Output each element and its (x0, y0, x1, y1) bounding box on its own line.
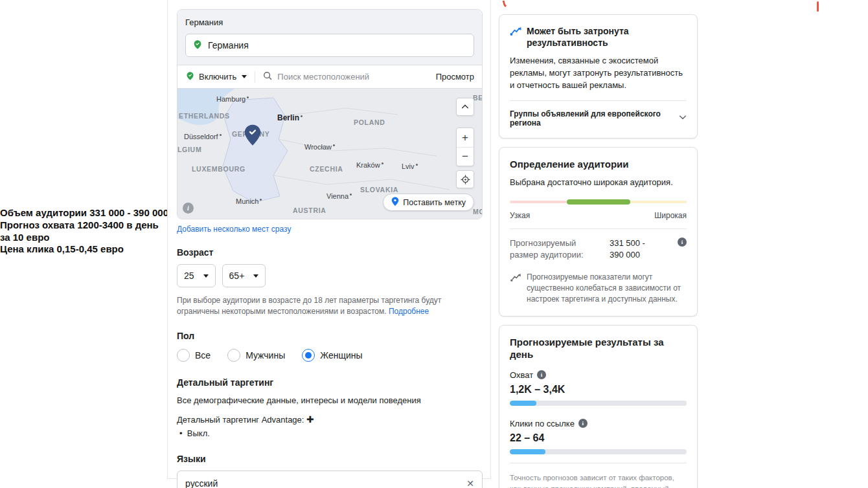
locate-button[interactable] (456, 170, 474, 188)
radio-selected-icon (302, 349, 315, 362)
locations-module: Германия Германия Включить П (177, 9, 483, 219)
selected-location-chip[interactable]: Германия (185, 34, 474, 57)
browse-locations-link[interactable]: Просмотр (436, 72, 474, 82)
annotation-line-reach: Прогноз охвата 1200-3400 в день за 10 ев… (0, 219, 170, 244)
age-min-select[interactable]: 25 (177, 264, 216, 287)
performance-card-title: Может быть затронута результативность (527, 25, 666, 49)
performance-alert-card: Может быть затронута результативность Из… (499, 14, 698, 139)
clicks-value: 22 – 64 (510, 432, 687, 444)
map-label-country: BEL (473, 94, 482, 102)
audience-definition-title: Определение аудитории (510, 158, 687, 171)
audience-definition-card: Определение аудитории Выбрана достаточно… (499, 147, 698, 316)
advantage-plus-icon: ✚ (306, 414, 314, 425)
include-dropdown-label: Включить (199, 72, 236, 82)
targeting-map[interactable]: BEL Hamburg ETHERLANDS Berlin POLAND Düs… (177, 88, 482, 219)
include-dropdown[interactable]: Включить (185, 71, 247, 83)
map-label-city: Hamburg (216, 95, 249, 103)
gender-option-label: Все (195, 350, 211, 360)
map-collapse-button[interactable] (456, 98, 474, 116)
map-attribution-icon[interactable]: i (183, 203, 194, 214)
drop-pin-label: Поставить метку (403, 198, 466, 207)
gender-section-title: Пол (177, 331, 483, 341)
info-icon[interactable]: i (678, 238, 687, 247)
radio-icon (227, 349, 240, 362)
chevron-down-icon (679, 113, 687, 123)
right-rail: Может быть затронута результативность Из… (499, 14, 698, 488)
include-pin-green-icon (185, 71, 195, 83)
audience-definition-subtitle: Выбрана достаточно широкая аудитория. (510, 177, 687, 189)
location-search-placeholder: Поиск местоположений (277, 72, 369, 82)
trend-arrow-icon (510, 27, 521, 49)
gender-option-women[interactable]: Женщины (302, 349, 362, 362)
annotation-line-cpc: Цена клика 0,15-0,45 евро (0, 243, 170, 256)
advantage-state: • Выкл. (177, 428, 483, 438)
location-search-input[interactable]: Поиск местоположений (263, 71, 435, 82)
location-pin-green-icon (192, 39, 203, 52)
forecast-disclaimer: Точность прогнозов зависит от таких факт… (510, 472, 687, 488)
map-label-country: MOL (473, 208, 482, 216)
daily-results-title: Прогнозируемые результаты за день (510, 336, 687, 361)
zoom-out-button[interactable]: − (457, 147, 474, 166)
detailed-targeting-description: Все демографические данные, интересы и м… (177, 394, 429, 407)
divider (510, 100, 687, 101)
language-value-input[interactable]: русский ✕ (177, 471, 483, 488)
audience-settings-panel: Германия Германия Включить П (167, 0, 491, 479)
city-dot (260, 199, 262, 201)
city-dot (247, 96, 249, 98)
gauge-segment-broad (630, 201, 687, 203)
bulk-add-locations-link[interactable]: Добавить несколько мест сразу (177, 225, 291, 234)
map-label-city: Vienna (326, 192, 352, 200)
city-dot (382, 162, 383, 164)
detailed-targeting-title: Детальный таргетинг (177, 377, 483, 388)
map-label-city: Munich (236, 197, 262, 205)
age-max-select[interactable]: 65+ (222, 264, 266, 287)
age-restriction-note: При выборе аудитории в возрасте до 18 ле… (177, 295, 470, 318)
clicks-label-row: Клики по ссылке i (510, 419, 687, 428)
learn-more-link[interactable]: Подробнее (389, 307, 429, 316)
zoom-in-button[interactable]: + (457, 128, 474, 147)
divider (255, 71, 255, 83)
estimated-size-row: Прогнозируемый размер аудитории: 331 500… (510, 238, 687, 261)
scrollbar-thumb[interactable] (817, 1, 819, 12)
annotation-block: Объем аудитории 331 000 - 390 000 Прогно… (0, 207, 170, 256)
age-min-value: 25 (184, 271, 194, 281)
estimated-size-label: Прогнозируемый размер аудитории: (510, 238, 600, 261)
fluctuation-icon (510, 273, 521, 305)
reach-bar (510, 401, 687, 406)
map-label-country: POLAND (354, 118, 385, 126)
chevron-down-icon (253, 274, 258, 278)
info-icon[interactable]: i (578, 419, 588, 428)
gender-option-label: Женщины (320, 350, 362, 360)
map-label-city: Düsseldorf (184, 133, 222, 140)
city-dot (416, 164, 418, 166)
gauge-segment-narrow (510, 201, 567, 203)
divider (510, 463, 687, 463)
chevron-down-icon (242, 75, 247, 78)
gender-option-men[interactable]: Мужчины (227, 349, 285, 362)
map-label-country: AUSTRIA (293, 206, 326, 214)
city-dot (301, 115, 303, 117)
clicks-bar-fill (510, 449, 545, 454)
drop-pin-button[interactable]: Поставить метку (383, 194, 474, 211)
age-max-value: 65+ (229, 271, 245, 281)
selected-locations-area: Германия Германия (177, 10, 482, 65)
reach-label-row: Охват i (510, 370, 687, 380)
map-zoom-controls: + − (456, 128, 474, 166)
language-value: русский (185, 478, 218, 488)
clear-icon[interactable]: ✕ (466, 478, 474, 488)
map-label-city: Lviv (402, 162, 418, 170)
daily-results-card: Прогнозируемые результаты за день Охват … (499, 325, 698, 488)
gauge-label-narrow: Узкая (510, 211, 530, 220)
map-label-city: Kraków (356, 161, 383, 169)
age-range-row: 25 65+ (177, 264, 483, 287)
map-label-country: LGIUM (177, 146, 201, 153)
drop-pin-icon (391, 197, 399, 208)
performance-card-expander[interactable]: Группы объявлений для европейского регио… (510, 109, 687, 128)
gauge-indicator (567, 199, 630, 205)
gender-option-all[interactable]: Все (177, 349, 211, 362)
selected-location-name: Германия (208, 40, 249, 50)
fluctuation-note: Прогнозируемые показатели могут существе… (510, 272, 687, 305)
audience-breadth-gauge (510, 199, 687, 205)
gender-options-row: Все Мужчины Женщины (177, 349, 483, 362)
info-icon[interactable]: i (537, 370, 546, 379)
